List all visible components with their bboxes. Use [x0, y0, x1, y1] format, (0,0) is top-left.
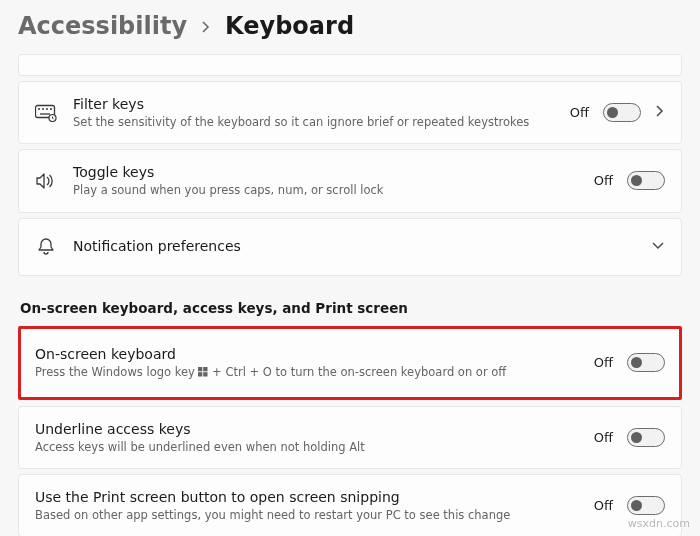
keyboard-filter-icon: [35, 104, 57, 122]
toggle-keys-toggle[interactable]: [627, 171, 665, 190]
breadcrumb: Accessibility Keyboard: [18, 12, 682, 40]
watermark-text: wsxdn.com: [628, 517, 690, 530]
row-description: Press the Windows logo key + Ctrl + O to…: [35, 364, 578, 381]
toggle-state-label: Off: [594, 355, 613, 370]
settings-row-filter-keys[interactable]: Filter keys Set the sensitivity of the k…: [18, 81, 682, 144]
underline-access-keys-toggle[interactable]: [627, 428, 665, 447]
settings-row-print-screen-snipping[interactable]: Use the Print screen button to open scre…: [18, 474, 682, 536]
svg-rect-9: [198, 372, 202, 376]
row-description: Set the sensitivity of the keyboard so i…: [73, 114, 554, 130]
toggle-state-label: Off: [570, 105, 589, 120]
row-title: Notification preferences: [73, 237, 635, 255]
settings-row-toggle-keys[interactable]: Toggle keys Play a sound when you press …: [18, 149, 682, 212]
row-description: Access keys will be underlined even when…: [35, 439, 578, 455]
section-header-osk: On-screen keyboard, access keys, and Pri…: [20, 300, 680, 316]
toggle-state-label: Off: [594, 430, 613, 445]
row-title: Use the Print screen button to open scre…: [35, 488, 578, 506]
print-screen-snipping-toggle[interactable]: [627, 496, 665, 515]
row-description: Based on other app settings, you might n…: [35, 507, 578, 523]
svg-rect-7: [198, 367, 202, 371]
breadcrumb-current: Keyboard: [225, 12, 354, 40]
settings-row-notification-preferences[interactable]: Notification preferences: [18, 218, 682, 276]
chevron-down-icon[interactable]: [651, 239, 665, 254]
on-screen-keyboard-toggle[interactable]: [627, 353, 665, 372]
row-title: Toggle keys: [73, 163, 578, 181]
row-title: Underline access keys: [35, 420, 578, 438]
breadcrumb-parent[interactable]: Accessibility: [18, 12, 187, 40]
settings-row-underline-access-keys[interactable]: Underline access keys Access keys will b…: [18, 406, 682, 469]
row-description: Play a sound when you press caps, num, o…: [73, 182, 578, 198]
speaker-icon: [35, 172, 57, 190]
settings-row-on-screen-keyboard[interactable]: On-screen keyboard Press the Windows log…: [18, 326, 682, 400]
chevron-right-icon[interactable]: [655, 104, 665, 121]
desc-part-after: + Ctrl + O to turn the on-screen keyboar…: [208, 365, 506, 379]
row-title: On-screen keyboard: [35, 345, 578, 363]
filter-keys-toggle[interactable]: [603, 103, 641, 122]
desc-part-before: Press the Windows logo key: [35, 365, 198, 379]
windows-logo-icon: [198, 365, 208, 381]
bell-icon: [35, 237, 57, 257]
chevron-right-icon: [201, 19, 211, 38]
toggle-state-label: Off: [594, 173, 613, 188]
row-title: Filter keys: [73, 95, 554, 113]
toggle-state-label: Off: [594, 498, 613, 513]
settings-row-stub[interactable]: [18, 54, 682, 76]
